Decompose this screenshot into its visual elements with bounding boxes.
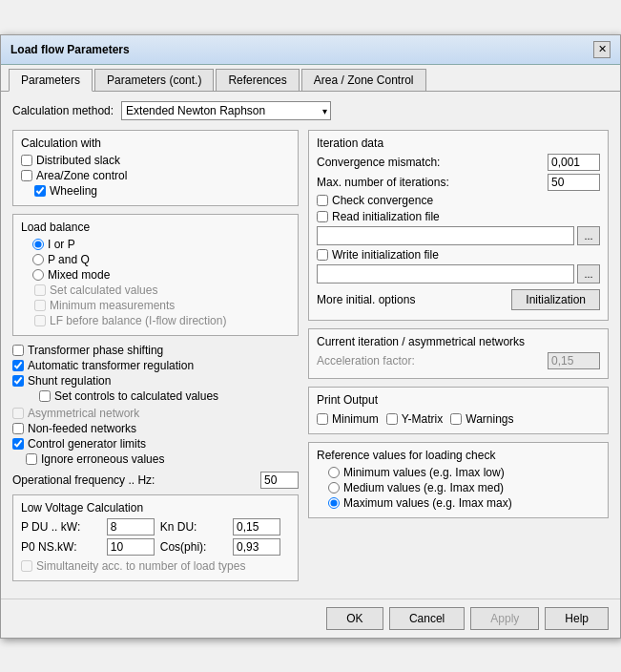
asymmetrical-network-checkbox[interactable] [12,408,24,419]
i-or-p-radio[interactable] [32,239,44,250]
calculation-with-section: Calculation with Distributed slack Area/… [12,130,299,206]
kn-du-input[interactable] [233,518,280,536]
max-iterations-label: Max. number of iterations: [317,176,544,189]
print-output-row: Minimum Y-Matrix Warnings [317,410,600,428]
close-button[interactable]: ✕ [593,41,611,58]
shunt-regulation-checkbox[interactable] [12,375,24,387]
more-init-row: More initial. options Initialization [317,289,600,310]
check-convergence-row: Check convergence [317,194,600,207]
iteration-data-section: Iteration data Convergence mismatch: Max… [308,130,609,321]
acceleration-factor-label: Acceleration factor: [317,354,544,368]
acceleration-factor-input[interactable] [548,352,600,369]
simultaneity-label: Simultaneity acc. to number of load type… [36,559,245,573]
mixed-mode-radio[interactable] [32,269,44,281]
dialog-body: Calculation method: Extended Newton Raph… [1,92,620,598]
left-column: Calculation with Distributed slack Area/… [12,130,299,589]
print-minimum-row: Minimum [317,412,379,426]
transformer-phase-checkbox[interactable] [12,345,24,356]
set-calculated-row: Set calculated values [34,284,290,297]
set-calculated-checkbox[interactable] [34,284,46,296]
set-controls-label: Set controls to calculated values [54,389,218,403]
write-init-file-row: Write initialization file [317,248,600,262]
control-gen-limits-checkbox[interactable] [12,438,24,450]
tab-area-zone-control[interactable]: Area / Zone Control [301,69,426,91]
right-column: Iteration data Convergence mismatch: Max… [308,130,609,589]
write-file-row: ... [317,264,600,284]
print-y-matrix-label: Y-Matrix [402,412,444,426]
tab-references[interactable]: References [216,69,299,91]
non-feeded-row: Non-feeded networks [12,422,299,435]
ref-medium-radio[interactable] [328,482,340,494]
auto-transformer-checkbox[interactable] [12,360,24,371]
max-iterations-row: Max. number of iterations: [317,174,600,191]
ref-maximum-row: Maximum values (e.g. Imax max) [328,496,600,510]
calc-method-select[interactable]: Extended Newton Raphson Newton Raphson G… [121,101,331,120]
check-convergence-checkbox[interactable] [317,195,328,206]
ignore-erroneous-checkbox[interactable] [26,453,37,465]
p-and-q-label: P and Q [48,253,90,266]
title-bar: Load flow Parameters ✕ [1,35,620,65]
print-minimum-checkbox[interactable] [317,413,328,425]
wheeling-label: Wheeling [50,184,97,198]
print-warnings-checkbox[interactable] [450,413,462,425]
ref-minimum-radio[interactable] [328,467,340,478]
low-voltage-title: Low Voltage Calculation [21,501,290,514]
cos-phi-input[interactable] [233,538,280,556]
operational-frequency-input[interactable] [260,472,299,489]
read-init-file-label: Read initialization file [332,210,440,223]
write-file-input[interactable] [317,264,574,284]
p-du-input[interactable] [107,518,155,536]
read-browse-button[interactable]: ... [577,226,600,245]
p-du-label: P DU .. kW: [21,520,101,534]
distributed-slack-checkbox[interactable] [21,155,32,166]
wheeling-row: Wheeling [34,184,290,198]
convergence-mismatch-input[interactable] [548,154,600,171]
write-browse-button[interactable]: ... [577,264,600,284]
p0-ns-input[interactable] [107,538,155,556]
transformer-phase-row: Transformer phase shifting [12,344,299,357]
ref-medium-label: Medium values (e.g. Imax med) [343,481,504,494]
wheeling-checkbox[interactable] [34,185,46,197]
help-button[interactable]: Help [545,607,609,630]
distributed-slack-row: Distributed slack [21,154,290,167]
set-controls-checkbox[interactable] [39,390,51,402]
transformer-phase-label: Transformer phase shifting [28,344,163,357]
cancel-button[interactable]: Cancel [389,607,465,630]
area-zone-control-checkbox[interactable] [21,170,32,181]
read-file-input[interactable] [317,226,574,245]
print-warnings-label: Warnings [466,412,513,426]
tab-parameters[interactable]: Parameters [9,69,93,92]
initialization-button[interactable]: Initialization [511,289,600,310]
area-zone-control-label: Area/Zone control [36,169,127,182]
control-gen-limits-row: Control generator limits [12,437,299,451]
read-init-file-checkbox[interactable] [317,211,328,222]
print-y-matrix-checkbox[interactable] [386,413,398,425]
p-and-q-radio[interactable] [32,254,44,265]
print-output-title: Print Output [317,393,600,407]
ref-minimum-label: Minimum values (e.g. Imax low) [343,466,505,479]
ref-maximum-radio[interactable] [328,497,340,509]
apply-button[interactable]: Apply [470,607,539,630]
i-or-p-label: I or P [48,238,75,251]
simultaneity-checkbox[interactable] [21,560,32,572]
tab-parameters-cont[interactable]: Parameters (cont.) [94,69,214,91]
non-feeded-checkbox[interactable] [12,423,24,434]
tabs-row: Parameters Parameters (cont.) References… [1,65,620,92]
dialog-title: Load flow Parameters [10,43,130,56]
ref-medium-row: Medium values (e.g. Imax med) [328,481,600,494]
lf-before-balance-checkbox[interactable] [34,315,46,326]
set-controls-row: Set controls to calculated values [39,389,299,403]
max-iterations-input[interactable] [548,174,600,191]
write-init-file-checkbox[interactable] [317,249,328,261]
load-balance-section: Load balance I or P P and Q Mixed mode [12,214,299,336]
check-convergence-label: Check convergence [332,194,433,207]
asymmetrical-network-row: Asymmetrical network [12,407,299,420]
calc-method-row: Calculation method: Extended Newton Raph… [12,101,609,120]
iteration-data-title: Iteration data [317,136,600,150]
print-output-section: Print Output Minimum Y-Matrix Warning [308,387,609,434]
reference-values-section: Reference values for loading check Minim… [308,442,609,518]
min-measurements-checkbox[interactable] [34,300,46,311]
mixed-mode-label: Mixed mode [48,268,110,282]
ok-button[interactable]: OK [326,607,383,630]
auto-transformer-label: Automatic transformer regulation [28,359,194,372]
